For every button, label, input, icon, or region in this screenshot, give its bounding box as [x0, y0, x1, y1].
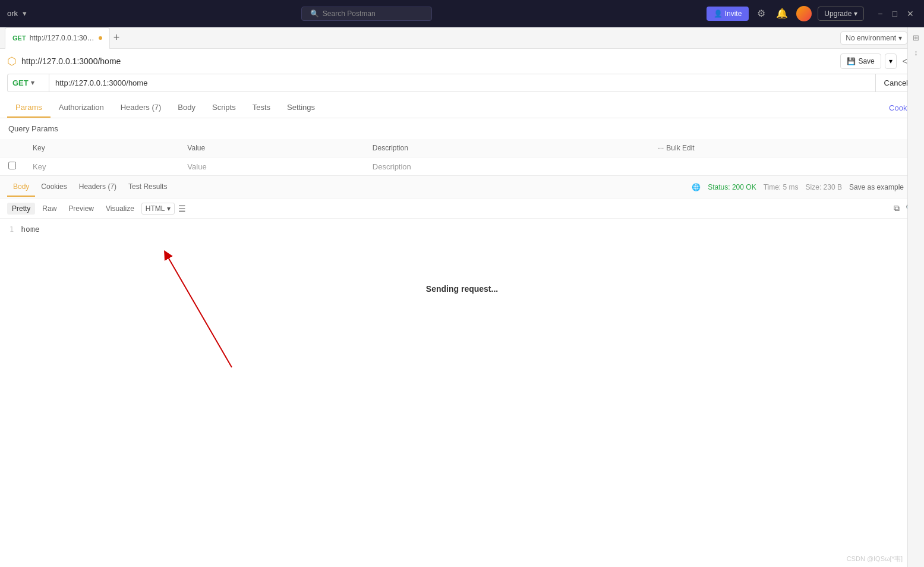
chevron-down-icon[interactable]: ▾ [23, 9, 27, 18]
tab-tests[interactable]: Tests [244, 98, 279, 118]
params-table: Key Value Description ··· Bulk Edit [0, 139, 924, 175]
request-tabs: Params Authorization Headers (7) Body Sc… [7, 92, 917, 118]
fmt-tab-visualize[interactable]: Visualize [101, 203, 139, 215]
request-actions: 💾 Save ▾ </> [840, 53, 917, 69]
fmt-tab-raw[interactable]: Raw [37, 203, 61, 215]
resp-tab-headers[interactable]: Headers (7) [73, 178, 122, 197]
save-icon: 💾 [847, 57, 856, 65]
resp-tab-test-results[interactable]: Test Results [122, 178, 173, 197]
tab-headers[interactable]: Headers (7) [112, 98, 170, 118]
chevron-down-icon: ▾ [31, 79, 34, 87]
size-value: Size: 230 B [806, 183, 842, 191]
maximize-button[interactable]: □ [890, 8, 900, 20]
method-label: GET [12, 78, 29, 87]
request-icon: ⬡ [7, 55, 17, 68]
fmt-tab-pretty[interactable]: Pretty [7, 203, 35, 215]
fmt-tab-preview[interactable]: Preview [64, 203, 99, 215]
save-dropdown-button[interactable]: ▾ [885, 53, 897, 69]
key-cell[interactable]: Key [24, 158, 179, 176]
checkbox-col-header [0, 139, 24, 158]
main-content: ⬡ http://127.0.0.1:3000/home 💾 Save ▾ </… [0, 49, 924, 567]
tab-bar: GET http://127.0.0.1:3000/ho + No enviro… [0, 27, 924, 49]
search-icon: 🔍 [310, 10, 319, 18]
request-title: ⬡ http://127.0.0.1:3000/home [7, 55, 121, 68]
avatar[interactable] [796, 6, 812, 21]
html-format-select[interactable]: HTML ▾ [141, 203, 175, 215]
tab-method-badge: GET [12, 34, 26, 42]
title-bar-actions: 👤 Invite ⚙ 🔔 Upgrade ▾ − □ ✕ [707, 6, 917, 21]
url-row: GET ▾ Cancel [7, 74, 917, 92]
key-header: Key [24, 139, 179, 158]
save-button[interactable]: 💾 Save [840, 53, 881, 69]
row-checkbox[interactable] [8, 162, 16, 169]
response-status-bar: 🌐 Status: 200 OK Time: 5 ms Size: 230 B … [692, 183, 917, 191]
time-value: Time: 5 ms [764, 183, 799, 191]
tab-url: http://127.0.0.1:3000/ho [30, 34, 95, 42]
response-body: 1 home [0, 219, 924, 338]
invite-button[interactable]: 👤 Invite [707, 7, 749, 21]
workspace-label: ork [7, 9, 18, 18]
search-placeholder: Search Postman [323, 10, 376, 18]
value-cell[interactable]: Value [179, 158, 364, 176]
request-panel: ⬡ http://127.0.0.1:3000/home 💾 Save ▾ </… [0, 49, 924, 175]
no-env-label: No environment [846, 34, 896, 42]
chevron-down-icon: ▾ [167, 204, 171, 213]
sending-request-text: Sending request... [426, 284, 498, 294]
response-panel: Body Cookies Headers (7) Test Results 🌐 … [0, 175, 924, 567]
globe-icon: 🌐 [692, 183, 701, 191]
minimize-button[interactable]: − [875, 8, 885, 20]
table-row: Key Value Description [0, 158, 924, 176]
status-ok: Status: 200 OK [708, 183, 756, 191]
window-controls: − □ ✕ [875, 8, 917, 20]
request-tab-active[interactable]: GET http://127.0.0.1:3000/ho [5, 27, 110, 49]
row-checkbox-cell [0, 158, 24, 176]
bell-icon[interactable]: 🔔 [774, 7, 790, 20]
more-icon: ··· [658, 144, 664, 152]
response-area: Body Cookies Headers (7) Test Results 🌐 … [0, 175, 924, 338]
copy-icon[interactable]: ⧉ [893, 202, 901, 215]
request-title-row: ⬡ http://127.0.0.1:3000/home 💾 Save ▾ </… [7, 53, 917, 74]
request-url-title: http://127.0.0.1:3000/home [21, 56, 121, 66]
search-bar[interactable]: 🔍 Search Postman [301, 7, 432, 21]
tab-body[interactable]: Body [169, 98, 204, 118]
side-strip: ⊞ ↕ [907, 27, 924, 567]
title-bar: ork ▾ 🔍 Search Postman 👤 Invite ⚙ 🔔 Upgr… [0, 0, 924, 27]
side-icon-1[interactable]: ⊞ [913, 31, 919, 45]
bulk-edit-button[interactable]: ··· Bulk Edit [658, 144, 694, 152]
code-line-1: 1 home [10, 225, 914, 234]
tab-settings[interactable]: Settings [279, 98, 323, 118]
side-icon-2[interactable]: ↕ [914, 46, 918, 59]
description-header: Description [364, 139, 650, 158]
tab-scripts[interactable]: Scripts [204, 98, 244, 118]
sending-overlay: Sending request... [0, 219, 924, 338]
value-header: Value [179, 139, 364, 158]
method-select[interactable]: GET ▾ [7, 74, 49, 92]
url-input[interactable] [49, 74, 876, 92]
resp-tab-cookies[interactable]: Cookies [35, 178, 72, 197]
code-content: home [21, 225, 39, 234]
list-icon[interactable]: ☰ [177, 203, 187, 215]
workspace-name: ork ▾ [7, 9, 27, 18]
response-tabs-row: Body Cookies Headers (7) Test Results 🌐 … [0, 176, 924, 199]
save-as-example[interactable]: Save as example [849, 183, 904, 191]
chevron-down-icon: ▾ [854, 10, 857, 18]
tab-unsaved-dot [99, 36, 102, 40]
upgrade-button[interactable]: Upgrade ▾ [818, 7, 864, 21]
resp-tab-body[interactable]: Body [7, 178, 35, 197]
settings-icon[interactable]: ⚙ [755, 7, 768, 20]
request-area: ⬡ http://127.0.0.1:3000/home 💾 Save ▾ </… [0, 49, 924, 118]
query-params-label: Query Params [0, 118, 924, 139]
watermark: CSDN @IQSω[*韦] [847, 555, 903, 563]
environment-selector[interactable]: No environment ▾ [840, 32, 907, 45]
tab-params[interactable]: Params [7, 98, 51, 118]
bulk-edit-cell: ··· Bulk Edit [649, 139, 924, 158]
description-cell[interactable]: Description [364, 158, 650, 176]
svg-line-1 [166, 254, 232, 367]
arrow-annotation [30, 237, 446, 391]
close-button[interactable]: ✕ [904, 8, 917, 20]
tab-authorization[interactable]: Authorization [51, 98, 112, 118]
format-row: Pretty Raw Preview Visualize HTML ▾ ☰ ⧉ … [0, 199, 924, 219]
add-tab-button[interactable]: + [110, 32, 124, 44]
params-section: Query Params Key Value Description ··· B… [0, 118, 924, 175]
chevron-down-icon: ▾ [898, 34, 902, 42]
